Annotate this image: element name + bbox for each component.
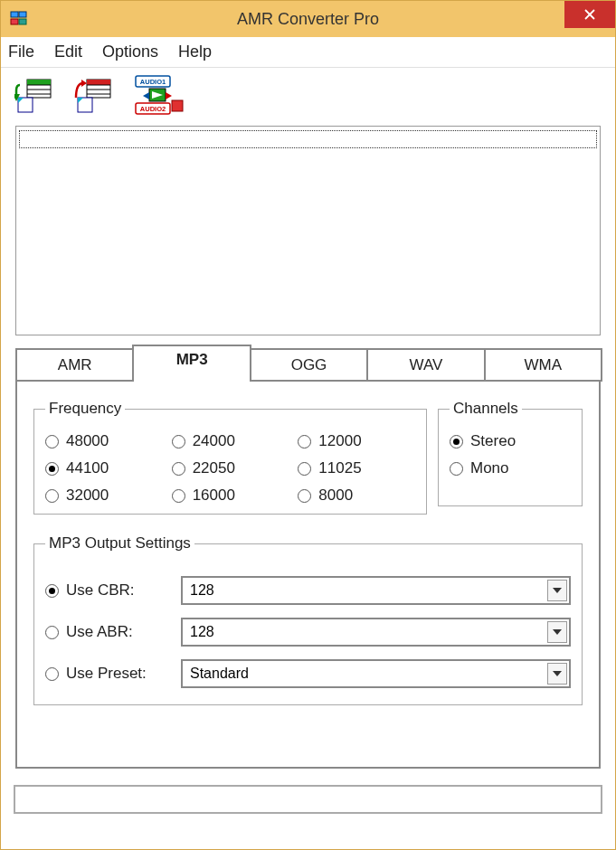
tab-wma[interactable]: WMA: [484, 348, 602, 382]
remove-files-icon: [74, 76, 114, 116]
svg-rect-15: [87, 80, 110, 85]
frequency-label: 44100: [66, 459, 109, 477]
frequency-label: 12000: [318, 432, 361, 450]
cbr-value: 128: [190, 582, 214, 599]
tab-mp3[interactable]: MP3: [132, 345, 251, 382]
frequency-label: 8000: [318, 486, 353, 505]
file-list-header: [19, 130, 597, 148]
radio-dot-icon: [450, 462, 463, 476]
output-legend: MP3 Output Settings: [45, 534, 194, 552]
svg-marker-26: [143, 92, 149, 99]
radio-dot-icon: [298, 435, 311, 449]
tab-panel-mp3: Frequency 480002400012000441002205011025…: [15, 380, 601, 769]
radio-dot-icon: [450, 435, 463, 449]
toolbar: AUDIO1 AUDIO2: [1, 68, 615, 126]
close-button[interactable]: [564, 1, 615, 28]
chevron-down-icon: [547, 663, 567, 685]
menu-options[interactable]: Options: [102, 42, 158, 61]
radio-dot-icon: [45, 667, 59, 681]
preset-value: Standard: [190, 666, 249, 682]
chevron-down-icon: [547, 621, 567, 643]
radio-dot-icon: [172, 435, 185, 449]
add-files-icon: [14, 76, 54, 116]
svg-marker-21: [81, 80, 87, 87]
svg-marker-32: [553, 629, 562, 635]
svg-rect-7: [27, 80, 51, 85]
radio-use-abr[interactable]: Use ABR:: [45, 623, 181, 641]
radio-frequency-44100[interactable]: 44100: [45, 459, 163, 477]
preset-label: Use Preset:: [66, 665, 147, 683]
radio-frequency-24000[interactable]: 24000: [172, 432, 289, 450]
channel-label: Stereo: [470, 432, 516, 450]
radio-frequency-32000[interactable]: 32000: [45, 486, 163, 505]
status-bar: [14, 785, 602, 814]
radio-frequency-8000[interactable]: 8000: [298, 486, 415, 505]
radio-dot-icon: [172, 489, 185, 503]
radio-frequency-22050[interactable]: 22050: [172, 459, 289, 477]
frequency-label: 11025: [318, 459, 361, 477]
frequency-label: 16000: [193, 486, 235, 505]
svg-marker-33: [553, 671, 562, 676]
frequency-group: Frequency 480002400012000441002205011025…: [33, 400, 427, 515]
channel-label: Mono: [470, 459, 509, 477]
remove-files-button[interactable]: [73, 75, 115, 117]
radio-channel-mono[interactable]: Mono: [450, 459, 571, 477]
radio-channel-stereo[interactable]: Stereo: [450, 432, 571, 450]
frequency-legend: Frequency: [45, 400, 125, 418]
svg-text:AUDIO2: AUDIO2: [140, 105, 166, 113]
svg-rect-1: [19, 12, 26, 17]
menu-edit[interactable]: Edit: [54, 42, 82, 61]
svg-rect-2: [11, 19, 18, 24]
radio-dot-icon: [45, 462, 59, 476]
tab-ogg[interactable]: OGG: [250, 348, 368, 382]
preset-combo[interactable]: Standard: [181, 659, 571, 688]
tab-amr[interactable]: AMR: [15, 348, 134, 382]
convert-button[interactable]: AUDIO1 AUDIO2: [133, 75, 189, 117]
output-settings-group: MP3 Output Settings Use CBR: 128 Use ABR…: [33, 534, 583, 705]
tab-strip: AMR MP3 OGG WAV WMA: [15, 348, 601, 382]
menu-file[interactable]: File: [8, 42, 34, 61]
svg-rect-0: [11, 12, 18, 17]
window-title: AMR Converter Pro: [237, 10, 379, 29]
radio-frequency-48000[interactable]: 48000: [45, 432, 163, 450]
add-files-button[interactable]: [14, 75, 55, 117]
frequency-label: 48000: [66, 432, 109, 450]
radio-dot-icon: [298, 489, 311, 503]
radio-use-preset[interactable]: Use Preset:: [45, 665, 181, 683]
frequency-label: 24000: [193, 432, 235, 450]
radio-frequency-11025[interactable]: 11025: [298, 459, 415, 477]
abr-value: 128: [190, 624, 214, 640]
channels-legend: Channels: [450, 400, 522, 418]
title-bar: AMR Converter Pro: [1, 1, 615, 37]
svg-rect-30: [172, 100, 183, 111]
abr-label: Use ABR:: [66, 623, 133, 641]
abr-combo[interactable]: 128: [181, 618, 571, 647]
app-icon: [10, 10, 28, 28]
channels-group: Channels StereoMono: [438, 400, 583, 506]
radio-dot-icon: [298, 462, 311, 476]
menu-bar: File Edit Options Help: [1, 37, 615, 68]
menu-help[interactable]: Help: [178, 42, 212, 61]
cbr-combo[interactable]: 128: [181, 576, 571, 605]
frequency-label: 22050: [193, 459, 235, 477]
frequency-label: 32000: [66, 486, 109, 505]
svg-marker-31: [553, 588, 562, 593]
radio-dot-icon: [45, 626, 59, 639]
svg-text:AUDIO1: AUDIO1: [140, 78, 166, 86]
radio-frequency-12000[interactable]: 12000: [298, 432, 415, 450]
tab-wav[interactable]: WAV: [366, 348, 485, 382]
radio-dot-icon: [45, 584, 59, 598]
convert-audio-icon: AUDIO1 AUDIO2: [134, 75, 188, 117]
radio-dot-icon: [45, 435, 59, 449]
radio-frequency-16000[interactable]: 16000: [172, 486, 289, 505]
cbr-label: Use CBR:: [66, 581, 135, 600]
svg-marker-27: [166, 92, 172, 99]
file-list[interactable]: [15, 126, 601, 335]
radio-use-cbr[interactable]: Use CBR:: [45, 581, 181, 600]
radio-dot-icon: [45, 489, 59, 503]
chevron-down-icon: [547, 580, 567, 601]
radio-dot-icon: [172, 462, 185, 476]
svg-rect-3: [19, 19, 26, 24]
